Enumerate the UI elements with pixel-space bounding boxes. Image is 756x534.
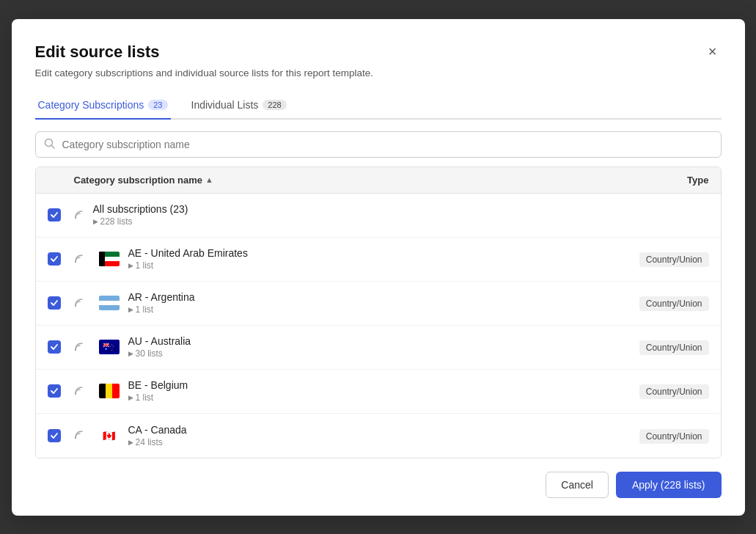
row-sub-be: ▶ 1 list (128, 392, 188, 403)
svg-point-4 (74, 304, 76, 306)
table-row: AR - Argentina ▶ 1 list Country/Union (36, 282, 721, 326)
table-row: AE - United Arab Emirates ▶ 1 list Count… (36, 238, 721, 282)
modal-subtitle: Edit category subscriptions and individu… (35, 67, 722, 78)
table-row: All subscriptions (23) ▶ 228 lists (36, 194, 721, 238)
sort-icon: ▲ (205, 175, 213, 184)
header-type-col: Type (599, 175, 709, 186)
modal-title: Edit source lists (35, 43, 160, 62)
row-type-ca: Country/Union (599, 429, 709, 442)
modal-footer: Cancel Apply (228 lists) (35, 472, 722, 498)
table-row: 🇨🇦 CA - Canada ▶ 24 lists Country/Union (36, 414, 721, 458)
table-row: BE - Belgium ▶ 1 list Country/Union (36, 370, 721, 414)
row-sub-ae: ▶ 1 list (128, 260, 248, 271)
row-sub-ca: ▶ 24 lists (128, 437, 187, 447)
row-type-ae: Country/Union (599, 252, 709, 266)
row-name-ar: AR - Argentina (128, 291, 195, 303)
row-name-ae: AE - United Arab Emirates (128, 247, 248, 259)
search-icon (44, 138, 55, 151)
tab-individual-lists[interactable]: Individual Lists 228 (188, 93, 290, 120)
subscription-icon-ar (74, 296, 86, 310)
subscriptions-table: Category subscription name ▲ Type (35, 167, 722, 458)
row-checkbox-ca[interactable] (48, 429, 61, 442)
row-checkbox-au[interactable] (48, 340, 61, 354)
table-body: All subscriptions (23) ▶ 228 lists (36, 194, 721, 458)
row-sub-all: ▶ 228 lists (93, 216, 188, 227)
row-checkbox-ar[interactable] (48, 296, 61, 310)
subscription-icon-be (74, 384, 86, 398)
tab-bar: Category Subscriptions 23 Individual Lis… (35, 93, 722, 120)
svg-point-7 (74, 437, 76, 439)
flag-au: 🇦🇺 (99, 340, 120, 354)
tab-individual-label: Individual Lists (191, 99, 259, 111)
close-button[interactable]: × (704, 43, 722, 60)
svg-line-1 (51, 145, 54, 148)
flag-ar (99, 296, 120, 310)
modal-overlay: Edit source lists × Edit category subscr… (0, 0, 756, 534)
tab-individual-badge: 228 (263, 100, 286, 110)
row-name-be: BE - Belgium (128, 379, 188, 391)
row-name-ca: CA - Canada (128, 424, 187, 436)
svg-point-5 (74, 348, 76, 350)
row-checkbox-all[interactable] (48, 208, 61, 222)
search-wrap (35, 131, 722, 158)
flag-ca: 🇨🇦 (99, 428, 120, 443)
row-type-au: Country/Union (599, 340, 709, 354)
edit-source-lists-modal: Edit source lists × Edit category subscr… (12, 19, 745, 516)
row-checkbox-ae[interactable] (48, 252, 61, 266)
row-sub-au: ▶ 30 lists (128, 348, 191, 359)
tab-category-label: Category Subscriptions (38, 99, 144, 111)
subscription-icon-ca (74, 428, 86, 442)
subscription-icon-all (74, 208, 86, 222)
table-row: 🇦🇺 AU - Australia ▶ 30 lists Country/Uni… (36, 326, 721, 370)
subscription-icon-au (74, 340, 86, 354)
svg-point-2 (74, 216, 76, 218)
search-input[interactable] (35, 131, 722, 158)
header-name-col: Category subscription name ▲ (74, 175, 599, 186)
cancel-button[interactable]: Cancel (546, 472, 609, 498)
row-type-be: Country/Union (599, 384, 709, 398)
row-type-ar: Country/Union (599, 296, 709, 310)
modal-header: Edit source lists × (35, 43, 722, 62)
row-name-all: All subscriptions (23) (93, 203, 188, 215)
tab-category-badge: 23 (148, 100, 167, 110)
row-name-au: AU - Australia (128, 335, 191, 347)
row-sub-ar: ▶ 1 list (128, 304, 195, 315)
flag-ae (99, 252, 120, 266)
table-header: Category subscription name ▲ Type (36, 167, 721, 194)
svg-point-3 (74, 260, 76, 262)
svg-point-6 (74, 392, 76, 394)
flag-be (99, 384, 120, 398)
tab-category-subscriptions[interactable]: Category Subscriptions 23 (35, 93, 171, 120)
subscription-icon-ae (74, 252, 86, 266)
row-checkbox-be[interactable] (48, 384, 61, 398)
apply-button[interactable]: Apply (228 lists) (616, 472, 722, 498)
